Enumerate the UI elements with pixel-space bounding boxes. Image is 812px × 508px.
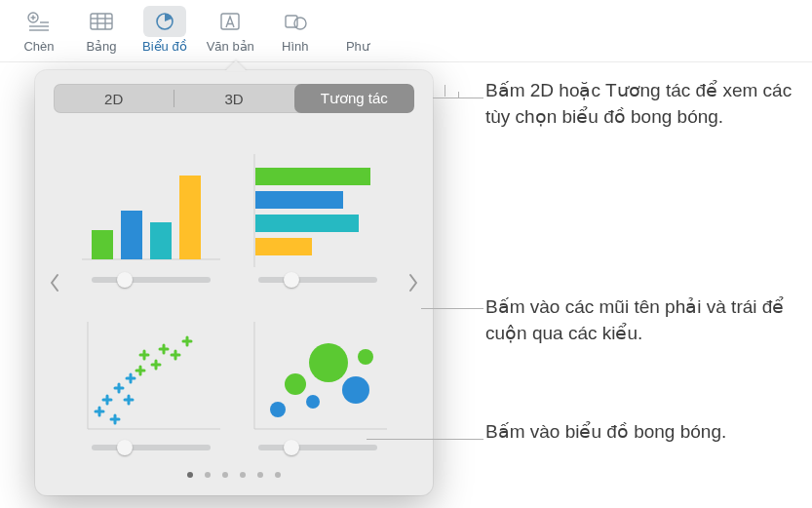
tab-3d-label: 3D bbox=[224, 91, 243, 107]
pager-dot[interactable] bbox=[275, 472, 281, 478]
toolbar-shape-label: Hình bbox=[282, 39, 308, 54]
svg-rect-19 bbox=[179, 176, 201, 259]
pager bbox=[35, 472, 433, 478]
interactive-scatter-chart[interactable] bbox=[78, 298, 223, 450]
slider[interactable] bbox=[258, 445, 377, 450]
svg-rect-13 bbox=[286, 16, 297, 27]
toolbar-chart-button[interactable]: Biểu đồ bbox=[133, 6, 197, 61]
svg-point-14 bbox=[294, 18, 306, 29]
toolbar-shape-button[interactable]: Hình bbox=[264, 6, 327, 61]
svg-point-56 bbox=[309, 343, 348, 382]
toolbar-media-button[interactable]: Phư bbox=[327, 6, 379, 61]
interactive-column-chart[interactable] bbox=[78, 131, 223, 283]
toolbar-table-label: Bảng bbox=[86, 39, 116, 54]
slider[interactable] bbox=[258, 277, 377, 283]
svg-point-55 bbox=[306, 395, 320, 409]
annotation-arrows: Bấm vào các mũi tên phải và trái để cuộn… bbox=[485, 294, 797, 347]
toolbar-text-label: Văn bản bbox=[207, 39, 254, 54]
toolbar-insert-label: Chèn bbox=[23, 39, 54, 54]
chevron-right-icon bbox=[407, 273, 419, 293]
next-arrow[interactable] bbox=[400, 263, 427, 302]
svg-rect-24 bbox=[255, 238, 312, 255]
slider-knob[interactable] bbox=[284, 272, 299, 288]
chevron-left-icon bbox=[49, 273, 60, 293]
bubble-chart-thumb bbox=[249, 322, 387, 435]
pager-dot[interactable] bbox=[187, 472, 193, 478]
table-icon bbox=[89, 11, 114, 32]
scatter-chart-thumb bbox=[82, 322, 220, 435]
insert-icon bbox=[26, 11, 52, 32]
toolbar-insert-button[interactable]: Chèn bbox=[8, 6, 70, 61]
toolbar-table-button[interactable]: Bảng bbox=[70, 6, 133, 61]
svg-rect-17 bbox=[121, 211, 142, 259]
tab-interactive-label: Tương tác bbox=[321, 90, 388, 107]
svg-point-53 bbox=[270, 402, 286, 417]
chart-grid bbox=[78, 131, 390, 450]
toolbar-media-label: Phư bbox=[346, 39, 369, 54]
interactive-bar-chart[interactable] bbox=[245, 131, 390, 283]
tab-2d-label: 2D bbox=[104, 91, 123, 107]
svg-rect-22 bbox=[255, 191, 343, 209]
svg-point-58 bbox=[358, 349, 373, 365]
tab-3d[interactable]: 3D bbox=[174, 84, 293, 113]
toolbar-chart-label: Biểu đồ bbox=[142, 39, 187, 54]
shape-icon bbox=[283, 11, 308, 32]
pager-dot[interactable] bbox=[205, 472, 211, 478]
column-chart-thumb bbox=[82, 154, 220, 267]
svg-rect-21 bbox=[255, 168, 370, 185]
pager-dot[interactable] bbox=[257, 472, 263, 478]
tab-2d[interactable]: 2D bbox=[54, 84, 174, 113]
svg-rect-6 bbox=[91, 14, 112, 29]
slider[interactable] bbox=[92, 277, 211, 283]
text-icon bbox=[217, 11, 243, 32]
bar-chart-thumb bbox=[249, 154, 387, 267]
pager-dot[interactable] bbox=[222, 472, 228, 478]
interactive-bubble-chart[interactable] bbox=[245, 298, 390, 450]
svg-point-57 bbox=[342, 376, 369, 404]
svg-rect-18 bbox=[150, 222, 172, 259]
slider-knob[interactable] bbox=[117, 272, 133, 288]
chart-popover: 2D 3D Tương tác bbox=[35, 70, 433, 495]
slider-knob[interactable] bbox=[117, 440, 133, 455]
svg-rect-23 bbox=[255, 215, 359, 232]
slider-knob[interactable] bbox=[284, 440, 299, 455]
svg-rect-16 bbox=[92, 230, 113, 259]
main-toolbar: Chèn Bảng Biểu đồ Văn bản Hình Phư bbox=[0, 0, 812, 62]
chart-icon bbox=[152, 11, 177, 32]
prev-arrow[interactable] bbox=[41, 263, 68, 302]
annotation-bubble: Bấm vào biểu đồ bong bóng. bbox=[485, 419, 797, 446]
pager-dot[interactable] bbox=[240, 472, 246, 478]
svg-point-54 bbox=[285, 373, 306, 395]
annotation-tabs: Bấm 2D hoặc Tương tác để xem các tùy chọ… bbox=[485, 78, 797, 131]
segmented-control: 2D 3D Tương tác bbox=[54, 84, 414, 113]
slider[interactable] bbox=[92, 445, 211, 450]
toolbar-text-button[interactable]: Văn bản bbox=[197, 6, 264, 61]
tab-interactive[interactable]: Tương tác bbox=[294, 84, 414, 113]
